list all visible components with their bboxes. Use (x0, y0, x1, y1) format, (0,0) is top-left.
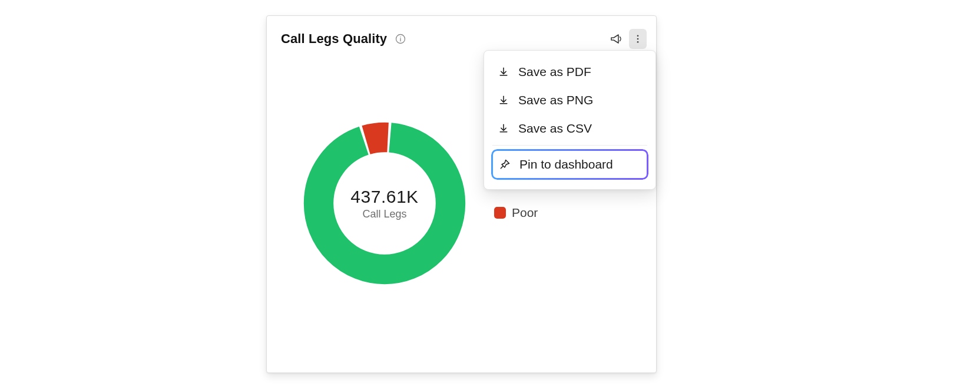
menu-item-save-png[interactable]: Save as PNG (484, 86, 655, 114)
legend-swatch-poor (494, 207, 506, 219)
menu-item-label: Pin to dashboard (519, 157, 613, 172)
svg-point-1 (400, 37, 401, 38)
menu-item-save-csv[interactable]: Save as CSV (484, 114, 655, 143)
svg-line-12 (501, 166, 502, 168)
svg-point-5 (637, 41, 639, 43)
menu-item-label: Save as PNG (518, 93, 593, 107)
pin-icon (498, 158, 511, 171)
menu-item-save-pdf[interactable]: Save as PDF (484, 58, 655, 86)
donut-chart: 437.61K Call Legs (302, 121, 467, 286)
download-icon (497, 94, 510, 107)
card-header: Call Legs Quality (281, 29, 647, 49)
svg-point-3 (637, 35, 639, 37)
info-icon[interactable] (394, 32, 407, 45)
widget-card: Call Legs Quality (266, 15, 657, 373)
more-options-button[interactable] (629, 29, 647, 49)
legend: Poor (494, 206, 538, 220)
menu-item-pin-dashboard[interactable]: Pin to dashboard (491, 149, 648, 180)
donut-segment-good (319, 137, 451, 269)
megaphone-icon[interactable] (608, 31, 624, 47)
options-menu: Save as PDF Save as PNG Save as CSV (484, 50, 656, 190)
menu-item-label: Save as PDF (518, 65, 591, 79)
menu-separator (492, 145, 647, 146)
svg-point-4 (637, 38, 639, 40)
menu-item-label: Save as CSV (518, 121, 592, 136)
download-icon (497, 65, 510, 78)
legend-label-poor: Poor (512, 206, 538, 220)
download-icon (497, 122, 510, 135)
card-title: Call Legs Quality (281, 31, 387, 47)
